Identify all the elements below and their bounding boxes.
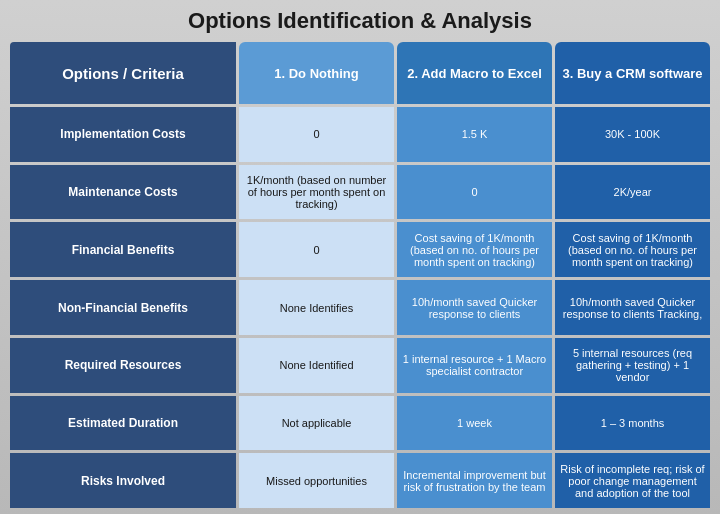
cell-6-2: Incremental improvement but risk of frus… (397, 453, 552, 508)
page-title: Options Identification & Analysis (10, 8, 710, 34)
col-header-2: 2. Add Macro to Excel (397, 42, 552, 104)
cell-0-2: 1.5 K (397, 107, 552, 162)
cell-2-2: Cost saving of 1K/month (based on no. of… (397, 222, 552, 277)
cell-6-1: Missed opportunities (239, 453, 394, 508)
criteria-label-1: Maintenance Costs (10, 165, 236, 220)
cell-2-1: 0 (239, 222, 394, 277)
data-row-4: None Identified1 internal resource + 1 M… (239, 338, 710, 393)
cell-1-1: 1K/month (based on number of hours per m… (239, 165, 394, 220)
col-header-3: 3. Buy a CRM software (555, 42, 710, 104)
column-headers: 1. Do Nothing 2. Add Macro to Excel 3. B… (239, 42, 710, 104)
cell-1-2: 0 (397, 165, 552, 220)
cell-0-1: 0 (239, 107, 394, 162)
cell-4-1: None Identified (239, 338, 394, 393)
cell-3-3: 10h/month saved Quicker response to clie… (555, 280, 710, 335)
data-rows-section: 01.5 K30K - 100K1K/month (based on numbe… (239, 107, 710, 508)
criteria-label-5: Estimated Duration (10, 396, 236, 451)
cell-3-2: 10h/month saved Quicker response to clie… (397, 280, 552, 335)
data-row-5: Not applicable1 week1 – 3 months (239, 396, 710, 451)
col-header-1: 1. Do Nothing (239, 42, 394, 104)
criteria-label-3: Non-Financial Benefits (10, 280, 236, 335)
cell-6-3: Risk of incomplete req; risk of poor cha… (555, 453, 710, 508)
data-row-6: Missed opportunitiesIncremental improvem… (239, 453, 710, 508)
criteria-label-4: Required Resources (10, 338, 236, 393)
cell-4-2: 1 internal resource + 1 Macro specialist… (397, 338, 552, 393)
cell-5-3: 1 – 3 months (555, 396, 710, 451)
data-row-3: None Identifies10h/month saved Quicker r… (239, 280, 710, 335)
data-row-2: 0Cost saving of 1K/month (based on no. o… (239, 222, 710, 277)
data-row-1: 1K/month (based on number of hours per m… (239, 165, 710, 220)
cell-1-3: 2K/year (555, 165, 710, 220)
main-grid: Options / Criteria Implementation CostsM… (10, 42, 710, 508)
criteria-label-2: Financial Benefits (10, 222, 236, 277)
cell-5-1: Not applicable (239, 396, 394, 451)
cell-4-3: 5 internal resources (req gathering + te… (555, 338, 710, 393)
criteria-label-0: Implementation Costs (10, 107, 236, 162)
criteria-column: Options / Criteria Implementation CostsM… (10, 42, 236, 508)
data-section: 1. Do Nothing 2. Add Macro to Excel 3. B… (239, 42, 710, 508)
cell-3-1: None Identifies (239, 280, 394, 335)
cell-2-3: Cost saving of 1K/month (based on no. of… (555, 222, 710, 277)
criteria-label-6: Risks Involved (10, 453, 236, 508)
cell-0-3: 30K - 100K (555, 107, 710, 162)
criteria-header: Options / Criteria (10, 42, 236, 104)
data-row-0: 01.5 K30K - 100K (239, 107, 710, 162)
page-wrapper: Options Identification & Analysis Option… (0, 0, 720, 514)
cell-5-2: 1 week (397, 396, 552, 451)
